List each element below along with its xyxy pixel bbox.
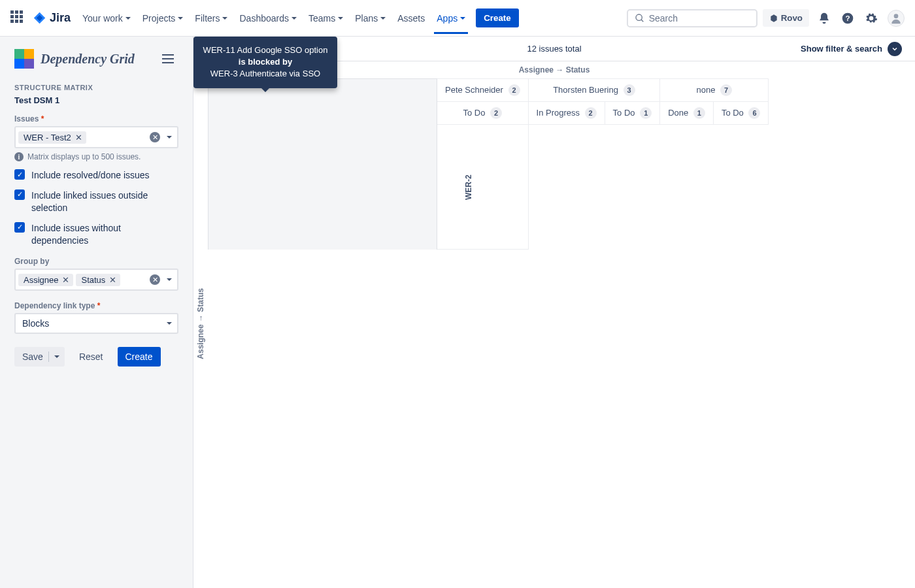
col-issue[interactable]: WER-2 <img t…</div><div class="vicon"><s… bbox=[437, 125, 529, 250]
jira-logo[interactable]: Jira bbox=[33, 11, 71, 25]
nav-item-projects[interactable]: Projects bbox=[142, 3, 184, 34]
top-nav: Jira Your workProjectsFiltersDashboardsT… bbox=[0, 0, 915, 37]
nav-items: Your workProjectsFiltersDashboardsTeamsP… bbox=[82, 3, 465, 34]
nav-item-your-work[interactable]: Your work bbox=[82, 3, 131, 34]
chip-label: WER - Test2 bbox=[24, 133, 71, 142]
create-issue-button[interactable]: Create bbox=[476, 8, 519, 27]
issues-filter-input[interactable]: WER - Test2✕ ✕ bbox=[14, 126, 178, 148]
nav-item-filters[interactable]: Filters bbox=[195, 3, 227, 34]
structure-matrix-heading: STRUCTURE MATRIX bbox=[14, 84, 178, 91]
global-search[interactable]: Search bbox=[627, 9, 757, 27]
svg-text:?: ? bbox=[845, 14, 850, 22]
chevron-down-icon[interactable] bbox=[54, 355, 59, 361]
sidebar-menu-icon[interactable] bbox=[158, 48, 178, 69]
app-logo bbox=[14, 49, 34, 69]
chip-remove-icon[interactable]: ✕ bbox=[108, 275, 118, 285]
chevron-down-icon[interactable] bbox=[167, 136, 172, 141]
chevron-down-icon[interactable] bbox=[167, 278, 172, 284]
chip-remove-icon[interactable]: ✕ bbox=[61, 275, 71, 285]
rovo-button[interactable]: Rovo bbox=[763, 9, 809, 27]
checkbox-label: Include linked issues outside selection bbox=[31, 189, 178, 214]
sidebar: Dependency Grid STRUCTURE MATRIX Test DS… bbox=[0, 37, 193, 588]
search-icon bbox=[635, 13, 645, 24]
nav-item-assets[interactable]: Assets bbox=[397, 3, 425, 34]
checkbox[interactable]: ✓ bbox=[14, 189, 25, 200]
chevron-down-icon bbox=[460, 17, 465, 22]
groupby-label: Group by bbox=[14, 257, 178, 266]
nav-item-teams[interactable]: Teams bbox=[308, 3, 343, 34]
col-group-assignee[interactable]: Pete Schneider 2 bbox=[437, 79, 529, 102]
notifications-icon[interactable] bbox=[817, 11, 831, 25]
axis-columns-label: Assignee → Status bbox=[193, 61, 915, 78]
reset-button[interactable]: Reset bbox=[71, 347, 111, 367]
svg-line-1 bbox=[641, 20, 643, 22]
checkbox-label: Include issues without dependencies bbox=[31, 222, 178, 247]
info-icon: i bbox=[14, 152, 24, 161]
issues-total: 12 issues total bbox=[527, 44, 581, 54]
chevron-down-icon bbox=[291, 17, 297, 22]
dsm-name: Test DSM 1 bbox=[14, 95, 178, 105]
clear-icon[interactable]: ✕ bbox=[150, 274, 160, 285]
axis-rows-label: Assignee → Status bbox=[193, 288, 208, 359]
chevron-down-icon bbox=[888, 42, 902, 56]
col-group-status[interactable]: To Do 1 bbox=[605, 102, 660, 125]
content: 12 issues total Show filter & search Ass… bbox=[193, 37, 915, 588]
linktype-label: Dependency link type * bbox=[14, 301, 178, 310]
chip-label: Assignee bbox=[24, 275, 58, 285]
chevron-down-icon[interactable] bbox=[167, 322, 172, 327]
jira-logo-text: Jira bbox=[50, 11, 71, 25]
chevron-down-icon bbox=[338, 17, 343, 22]
chevron-down-icon bbox=[178, 17, 183, 22]
chevron-down-icon bbox=[222, 17, 227, 22]
col-group-assignee[interactable]: none 7 bbox=[660, 79, 769, 102]
svg-point-4 bbox=[894, 14, 899, 18]
rovo-label: Rovo bbox=[781, 13, 803, 23]
nav-right-icons: ? bbox=[817, 10, 905, 27]
issues-chip[interactable]: WER - Test2✕ bbox=[18, 131, 86, 144]
save-button[interactable]: Save bbox=[14, 347, 65, 367]
chip-label: Status bbox=[81, 275, 105, 285]
app-switcher-icon[interactable] bbox=[10, 10, 26, 26]
matrix[interactable]: Pete Schneider 2Thorsten Buering 3none 7… bbox=[208, 78, 915, 568]
rovo-icon bbox=[769, 14, 778, 23]
col-group-status[interactable]: To Do 6 bbox=[713, 102, 769, 125]
col-group-assignee[interactable]: Thorsten Buering 3 bbox=[528, 79, 660, 102]
svg-point-0 bbox=[636, 14, 642, 20]
search-placeholder: Search bbox=[649, 13, 678, 24]
chevron-down-icon bbox=[125, 17, 131, 22]
clear-icon[interactable]: ✕ bbox=[150, 132, 160, 142]
create-matrix-button[interactable]: Create bbox=[118, 347, 161, 367]
linktype-select[interactable]: Blocks bbox=[14, 313, 178, 334]
user-avatar[interactable] bbox=[888, 10, 905, 27]
chevron-down-icon bbox=[380, 17, 386, 22]
summary-bar: 12 issues total Show filter & search bbox=[193, 37, 915, 61]
checkbox-label: Include resolved/done issues bbox=[31, 169, 150, 182]
col-group-status[interactable]: In Progress 2 bbox=[528, 102, 605, 125]
app-title: Dependency Grid bbox=[41, 52, 135, 67]
issues-label: Issues * bbox=[14, 114, 178, 123]
col-group-status[interactable]: Done 1 bbox=[660, 102, 714, 125]
chip-remove-icon[interactable]: ✕ bbox=[74, 133, 84, 142]
jira-icon bbox=[33, 11, 47, 25]
nav-item-apps[interactable]: Apps bbox=[437, 3, 465, 34]
checkbox[interactable]: ✓ bbox=[14, 169, 25, 180]
help-icon[interactable]: ? bbox=[840, 11, 855, 25]
nav-item-plans[interactable]: Plans bbox=[355, 3, 386, 34]
issues-note: iMatrix displays up to 500 issues. bbox=[14, 152, 178, 161]
groupby-chip[interactable]: Assignee✕ bbox=[18, 274, 73, 286]
groupby-chip[interactable]: Status✕ bbox=[76, 274, 120, 286]
filter-toggle-label: Show filter & search bbox=[801, 44, 882, 54]
linktype-value: Blocks bbox=[22, 318, 49, 329]
settings-icon[interactable] bbox=[864, 11, 878, 25]
checkbox[interactable]: ✓ bbox=[14, 222, 25, 233]
groupby-input[interactable]: Assignee✕ Status✕ ✕ bbox=[14, 269, 178, 291]
filter-toggle[interactable]: Show filter & search bbox=[801, 42, 902, 56]
col-group-status[interactable]: To Do 2 bbox=[437, 102, 529, 125]
nav-item-dashboards[interactable]: Dashboards bbox=[239, 3, 297, 34]
